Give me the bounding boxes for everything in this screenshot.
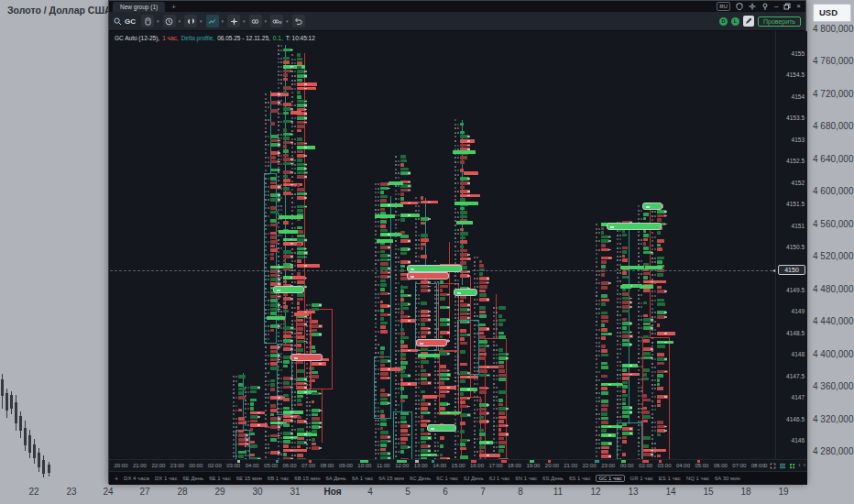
instrument-tab[interactable]: 6B 15 мин <box>294 476 320 481</box>
session-mark <box>360 460 368 463</box>
instrument-tab[interactable]: GR 1 час <box>630 476 653 481</box>
session-mark <box>501 460 507 463</box>
session-mark <box>432 460 434 463</box>
instrument-tab[interactable]: 6E День <box>182 476 203 481</box>
outer-date-label: Ноя <box>319 487 346 497</box>
outer-date-label: 31 <box>281 487 309 497</box>
link-icon[interactable] <box>249 15 262 27</box>
search-icon[interactable] <box>114 17 122 26</box>
instrument-tab[interactable]: 6N 1 час <box>515 476 537 481</box>
instrument-icon[interactable] <box>141 15 154 27</box>
session-mark <box>548 460 551 463</box>
time-label: 07:00 <box>299 463 319 468</box>
outer-price-label: 4 560,000 <box>813 219 854 229</box>
undo-icon[interactable] <box>292 15 305 27</box>
instrument-tab[interactable]: 6C День <box>410 476 431 481</box>
outer-price-label: 4 440,000 <box>813 316 854 326</box>
instrument-tab[interactable]: ES 1 час <box>659 476 681 481</box>
legend-part: 06.05.25 - 12.11.25, <box>217 35 270 41</box>
close-button[interactable]: × <box>796 2 801 11</box>
time-label: 21:00 <box>561 463 581 468</box>
instrument-tab[interactable]: 6A День <box>325 476 346 481</box>
price-axis[interactable]: 41554154.541544153.541534152.541524151.5… <box>775 31 807 459</box>
instrument-tab[interactable]: DX 1 час <box>155 476 177 481</box>
live-badge[interactable]: L <box>731 17 739 26</box>
outer-date-label: 8 <box>507 487 534 497</box>
price-label: 4153.5 <box>786 115 805 121</box>
pencil-icon[interactable] <box>743 16 754 27</box>
time-label: 04:00 <box>242 463 262 468</box>
link-window-icon[interactable]: w <box>270 15 283 27</box>
instrument-tab[interactable]: 6B 1 час <box>268 476 289 481</box>
gear-icon[interactable] <box>749 3 756 10</box>
time-label: 00:00 <box>617 463 637 468</box>
instrument-tab[interactable]: GC 1 час <box>596 475 624 482</box>
instrument-tab[interactable]: 6A 15 мин <box>378 476 404 481</box>
poc-pill <box>427 424 456 432</box>
scroll-left-icon[interactable]: ‹ <box>798 462 800 469</box>
time-label: 22:00 <box>579 463 599 468</box>
timeframe-clock-icon[interactable] <box>163 15 176 27</box>
mini-candle-body <box>38 453 40 467</box>
instrument-tab[interactable]: DX 4 часа <box>124 476 149 481</box>
instrument-tab[interactable]: 6A 30 мин <box>715 476 740 481</box>
session-mark <box>471 460 476 463</box>
high-volume-bar <box>279 230 298 234</box>
shield-icon[interactable] <box>736 3 743 10</box>
scroll-right-icon[interactable]: › <box>804 462 805 469</box>
instrument-tab[interactable]: NQ 1 час <box>686 476 709 481</box>
high-volume-bar <box>620 266 644 269</box>
instrument-tab[interactable]: 6S 1 час <box>569 476 590 481</box>
mini-candle-body <box>28 435 31 453</box>
outer-date-label: 7 <box>469 487 497 497</box>
verify-button[interactable]: Проверить <box>758 16 801 27</box>
time-axis[interactable]: 0 ‹ › 20:0021:0022:0023:0000:0002:0003:0… <box>109 459 807 471</box>
time-label: 20:00 <box>111 463 131 468</box>
outer-price-label: 4 280,000 <box>813 446 854 456</box>
outer-price-label: 4 360,000 <box>813 381 854 391</box>
high-volume-bar <box>418 354 440 357</box>
legend-part: GC Auto (12-25), <box>115 35 159 41</box>
profile-settings-icon[interactable] <box>779 463 786 469</box>
symbol-search[interactable]: GC <box>125 17 136 26</box>
language-button[interactable]: RU <box>717 2 730 11</box>
crosshair-icon[interactable] <box>227 15 240 27</box>
add-group-button[interactable]: + <box>171 3 176 12</box>
instrument-tab[interactable]: 6S День <box>542 476 564 481</box>
poc-pill <box>273 286 304 293</box>
time-label: 12:00 <box>392 463 412 468</box>
time-label: 08:00 <box>317 463 337 468</box>
price-label: 4151 <box>792 223 805 229</box>
session-mark <box>415 460 419 463</box>
chart-style-icon[interactable] <box>184 15 197 27</box>
legend-part: 1 час, <box>162 35 178 41</box>
profile-mode-icon[interactable] <box>206 15 219 27</box>
currency-selector[interactable]: USD <box>813 4 851 22</box>
instrument-tab[interactable]: 6E 1 час <box>209 476 230 481</box>
instrument-tab[interactable]: 6C 1 час <box>436 476 458 481</box>
session-mark <box>309 460 312 463</box>
instrument-tab[interactable]: 6J День <box>464 476 484 481</box>
group-tab[interactable]: New group (1) <box>113 2 165 12</box>
price-label: 4149.5 <box>786 287 805 293</box>
price-label: 4152 <box>792 180 805 186</box>
price-label: 4146 <box>792 437 805 444</box>
session-mark <box>397 460 407 463</box>
price-label: 4149 <box>792 308 805 314</box>
instrument-tab[interactable]: 6A 1 час <box>352 476 373 481</box>
session-mark <box>595 460 599 463</box>
high-volume-bar <box>377 239 393 243</box>
instrument-tab[interactable]: 6J 1 час <box>489 476 509 481</box>
time-label: 23:00 <box>598 463 619 468</box>
minimize-button[interactable]: – <box>774 2 778 11</box>
fullscreen-icon[interactable] <box>770 463 776 469</box>
outer-date-label: 23 <box>58 487 85 497</box>
restore-icon[interactable] <box>783 3 791 10</box>
outer-price-label: 4 680,000 <box>813 121 854 131</box>
data-badge[interactable]: D <box>719 17 728 26</box>
pin-icon[interactable] <box>761 3 769 10</box>
grid-dots-icon[interactable] <box>789 463 795 469</box>
instrument-tab[interactable]: 6E 15 мин <box>236 476 262 481</box>
add-instrument-tab[interactable]: + <box>115 476 118 482</box>
cluster-chart[interactable] <box>110 45 775 459</box>
